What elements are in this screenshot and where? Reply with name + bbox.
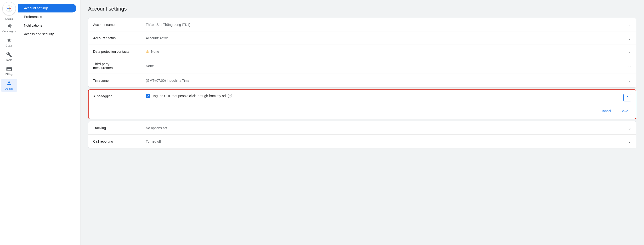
call-reporting-row[interactable]: Call reporting Turned off ⌄ (88, 135, 636, 148)
secondary-sidebar: Account settings Preferences Notificatio… (18, 0, 80, 245)
help-icon[interactable]: ? (228, 94, 232, 98)
auto-tagging-content: Tag the URL that people click through fr… (146, 94, 624, 98)
auto-tagging-header: Auto-tagging Tag the URL that people cli… (88, 90, 636, 105)
data-protection-chevron-icon: ⌄ (628, 49, 631, 54)
data-protection-label: Data protection contacts (93, 50, 146, 54)
account-status-label: Account Status (93, 36, 146, 40)
goals-label: Goals (6, 44, 12, 47)
sidebar-item-access-security[interactable]: Access and security (18, 30, 76, 38)
sidebar-item-notifications[interactable]: Notifications (18, 21, 76, 30)
admin-icon (6, 81, 12, 86)
time-zone-row[interactable]: Time zone (GMT+07:00) Indochina Time ⌄ (88, 74, 636, 87)
third-party-row[interactable]: Third-partymeasurement None ⌄ (88, 58, 636, 74)
auto-tagging-card: Auto-tagging Tag the URL that people cli… (88, 89, 636, 119)
goals-icon (6, 37, 12, 43)
sidebar-item-admin[interactable]: Admin (1, 79, 17, 92)
third-party-chevron-icon: ⌄ (628, 63, 631, 69)
icon-sidebar: Create Campaigns Goals Tools (0, 0, 18, 245)
svg-point-5 (11, 26, 12, 26)
sidebar-item-account-settings[interactable]: Account settings (18, 4, 76, 13)
data-protection-row[interactable]: Data protection contacts ⚠ None ⌄ (88, 45, 636, 58)
account-status-chevron-icon: ⌄ (628, 36, 631, 41)
time-zone-value: (GMT+07:00) Indochina Time (146, 79, 628, 83)
page-title: Account settings (88, 6, 636, 12)
auto-tagging-checkbox[interactable] (146, 94, 150, 98)
call-reporting-chevron-icon: ⌄ (628, 139, 631, 144)
save-button[interactable]: Save (618, 107, 631, 115)
account-status-value: Account: Active (146, 36, 628, 40)
campaigns-label: Campaigns (2, 30, 16, 33)
account-name-row[interactable]: Account name Thảo | Sim Thăng Long (TK1)… (88, 18, 636, 31)
auto-tagging-label: Auto-tagging (93, 94, 146, 98)
svg-rect-8 (8, 70, 8, 70)
tools-label: Tools (6, 59, 12, 61)
account-name-chevron-icon: ⌄ (628, 22, 631, 27)
billing-icon (6, 66, 12, 72)
sidebar-item-preferences[interactable]: Preferences (18, 13, 76, 21)
admin-label: Admin (5, 87, 13, 90)
sidebar-item-campaigns[interactable]: Campaigns (1, 21, 17, 35)
third-party-label: Third-partymeasurement (93, 62, 146, 70)
billing-label: Billing (6, 73, 12, 76)
settings-card-top: Account name Thảo | Sim Thăng Long (TK1)… (88, 18, 636, 88)
auto-tagging-chevron-up-icon[interactable]: ⌃ (624, 94, 631, 101)
sidebar-item-goals[interactable]: Goals (1, 36, 17, 49)
third-party-value: None (146, 64, 628, 68)
auto-tagging-footer: Cancel Save (88, 105, 636, 119)
account-name-value: Thảo | Sim Thăng Long (TK1) (146, 23, 628, 27)
campaigns-icon (6, 23, 12, 29)
sidebar-item-billing[interactable]: Billing (1, 64, 17, 78)
cancel-button[interactable]: Cancel (598, 107, 614, 115)
tracking-label: Tracking (93, 126, 146, 130)
create-label: Create (5, 17, 13, 20)
time-zone-chevron-icon: ⌄ (628, 78, 631, 83)
time-zone-label: Time zone (93, 79, 146, 83)
svg-point-9 (8, 82, 10, 83)
settings-card-bottom: Tracking No options set ⌄ Call reporting… (88, 121, 636, 148)
main-content: Account settings Account name Thảo | Sim… (80, 0, 644, 245)
warning-icon: ⚠ (146, 49, 149, 54)
account-name-label: Account name (93, 23, 146, 27)
auto-tagging-checkbox-label: Tag the URL that people click through fr… (152, 94, 226, 98)
sidebar-item-tools[interactable]: Tools (1, 50, 17, 63)
tools-icon (6, 52, 12, 58)
create-button[interactable] (2, 2, 16, 15)
data-protection-value: ⚠ None (146, 49, 628, 54)
call-reporting-value: Turned off (146, 140, 628, 143)
tracking-chevron-icon: ⌄ (628, 125, 631, 131)
svg-rect-6 (7, 67, 12, 71)
call-reporting-label: Call reporting (93, 140, 146, 143)
account-status-row[interactable]: Account Status Account: Active ⌄ (88, 31, 636, 45)
tracking-row[interactable]: Tracking No options set ⌄ (88, 121, 636, 135)
tracking-value: No options set (146, 126, 628, 130)
